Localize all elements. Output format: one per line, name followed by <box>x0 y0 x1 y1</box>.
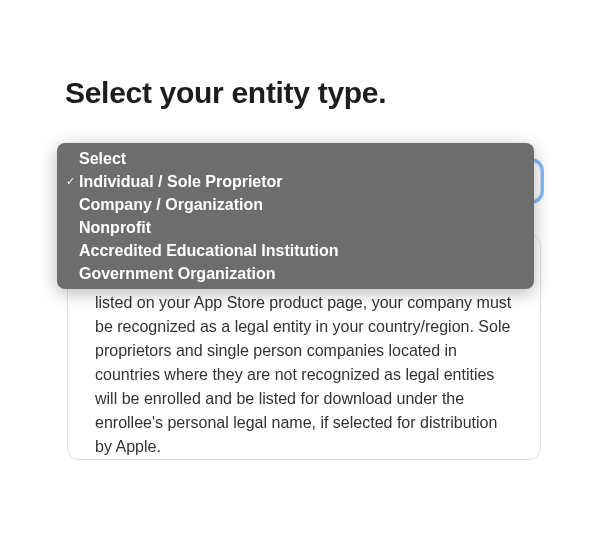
dropdown-option[interactable]: Government Organization <box>57 262 534 285</box>
dropdown-option[interactable]: Select <box>57 147 534 170</box>
dropdown-option[interactable]: Nonprofit <box>57 216 534 239</box>
dropdown-option-label: Select <box>79 151 126 167</box>
dropdown-option-label: Company / Organization <box>79 197 263 213</box>
dropdown-option[interactable]: ✓Individual / Sole Proprietor <box>57 170 534 193</box>
info-card-text: listed on your App Store product page, y… <box>95 291 513 459</box>
entity-type-dropdown: Select✓Individual / Sole ProprietorCompa… <box>57 143 534 289</box>
check-icon: ✓ <box>62 176 79 187</box>
page-title: Select your entity type. <box>65 76 386 110</box>
dropdown-option[interactable]: Company / Organization <box>57 193 534 216</box>
dropdown-option-label: Accredited Educational Institution <box>79 243 339 259</box>
dropdown-option-label: Nonprofit <box>79 220 151 236</box>
dropdown-option-label: Individual / Sole Proprietor <box>79 174 283 190</box>
dropdown-option-label: Government Organization <box>79 266 275 282</box>
dropdown-option[interactable]: Accredited Educational Institution <box>57 239 534 262</box>
